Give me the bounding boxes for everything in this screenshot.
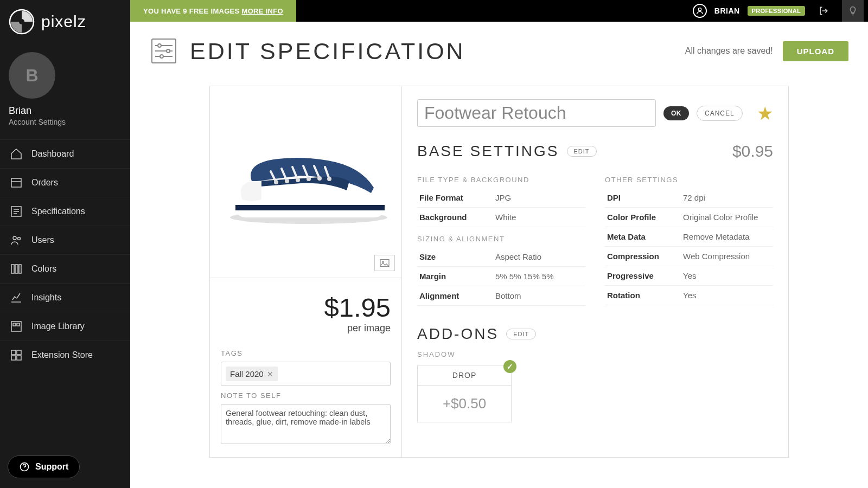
username[interactable]: BRIAN (714, 7, 740, 15)
svg-point-33 (285, 179, 289, 183)
svg-point-34 (296, 178, 300, 182)
promo-text: YOU HAVE 9 FREE IMAGES (143, 7, 240, 15)
check-icon: ✓ (503, 360, 516, 373)
note-textarea[interactable] (221, 404, 391, 444)
setting-val: White (495, 213, 516, 222)
svg-point-4 (13, 236, 16, 240)
sliders-icon (150, 37, 178, 65)
users-icon (10, 234, 23, 247)
cancel-button[interactable]: CANCEL (697, 106, 743, 121)
setting-row: Color ProfileOriginal Color Profile (605, 208, 773, 227)
spec-card: $1.95 per image TAGS Fall 2020✕ NOTE TO … (209, 86, 789, 458)
svg-rect-2 (11, 178, 21, 187)
support-label: Support (35, 462, 68, 472)
svg-point-35 (307, 177, 311, 181)
tags-label: TAGS (221, 349, 391, 357)
group-label: OTHER SETTINGS (605, 176, 773, 184)
logo-text: pixelz (41, 12, 86, 31)
promo-link[interactable]: MORE INFO (242, 7, 283, 15)
upload-button[interactable]: UPLOAD (783, 41, 848, 61)
spec-icon (10, 205, 23, 218)
nav-specifications[interactable]: Specifications (0, 197, 130, 226)
setting-row: AlignmentBottom (417, 286, 585, 306)
chart-icon (10, 291, 23, 304)
sidebar: pixelz B Brian Account Settings Dashboar… (0, 0, 130, 488)
setting-val: Remove Metadata (683, 232, 750, 241)
setting-row: Meta DataRemove Metadata (605, 227, 773, 247)
addon-price: +$0.50 (418, 386, 511, 422)
nav-users[interactable]: Users (0, 226, 130, 254)
setting-val: Yes (683, 291, 696, 300)
svg-point-32 (274, 180, 278, 184)
profile-block[interactable]: B Brian Account Settings (0, 43, 130, 135)
setting-key: Color Profile (607, 213, 683, 222)
bulb-icon[interactable] (842, 0, 864, 22)
preview-image (210, 86, 401, 278)
logo[interactable]: pixelz (0, 0, 130, 43)
nav-image-library[interactable]: Image Library (0, 312, 130, 341)
base-settings-title: BASE SETTINGS (417, 143, 559, 160)
svg-rect-8 (19, 265, 21, 273)
setting-row: BackgroundWhite (417, 208, 585, 227)
svg-point-1 (19, 19, 24, 24)
nav-orders[interactable]: Orders (0, 168, 130, 197)
card-left: $1.95 per image TAGS Fall 2020✕ NOTE TO … (210, 86, 402, 457)
profile-sub: Account Settings (9, 118, 122, 126)
image-picker-icon[interactable] (374, 255, 395, 271)
nav-extension-store[interactable]: Extension Store (0, 341, 130, 369)
price: $1.95 (221, 292, 391, 323)
store-icon (10, 349, 23, 362)
setting-key: Rotation (607, 291, 683, 300)
setting-key: Compression (607, 252, 683, 261)
setting-val: Web Compression (683, 252, 750, 261)
user-avatar-icon[interactable] (693, 4, 707, 18)
card-right: OK CANCEL ★ BASE SETTINGS EDIT $0.95 FIL… (402, 86, 788, 457)
addon-drop-shadow[interactable]: ✓ DROP +$0.50 (417, 365, 512, 422)
setting-key: Size (419, 252, 495, 261)
star-icon[interactable]: ★ (757, 102, 773, 124)
svg-rect-11 (17, 323, 20, 326)
support-button[interactable]: Support (8, 455, 80, 478)
setting-row: SizeAspect Ratio (417, 247, 585, 267)
base-price: $0.95 (732, 142, 773, 160)
svg-point-20 (158, 44, 161, 47)
nav-colors[interactable]: Colors (0, 254, 130, 283)
setting-val: Yes (683, 271, 696, 280)
spec-name-input[interactable] (417, 99, 656, 127)
setting-val: 5% 5% 15% 5% (495, 272, 554, 281)
tag-remove-icon[interactable]: ✕ (267, 370, 273, 378)
nav-label: Users (31, 235, 54, 245)
tags-input[interactable]: Fall 2020✕ (221, 362, 391, 386)
avatar: B (9, 52, 55, 99)
plan-badge: PROFESSIONAL (748, 6, 805, 16)
orders-icon (10, 176, 23, 189)
nav-label: Specifications (31, 207, 85, 216)
svg-rect-15 (17, 356, 21, 360)
nav-label: Image Library (31, 322, 85, 331)
nav-insights[interactable]: Insights (0, 283, 130, 312)
nav-label: Colors (31, 264, 56, 274)
logout-icon[interactable] (813, 0, 834, 22)
edit-addons-button[interactable]: EDIT (506, 329, 536, 339)
addons-title: ADD-ONS (417, 325, 499, 343)
library-icon (10, 320, 23, 333)
setting-row: RotationYes (605, 286, 773, 305)
edit-base-button[interactable]: EDIT (567, 146, 597, 157)
addon-name: DROP (418, 365, 511, 386)
svg-point-36 (317, 176, 322, 181)
tag-chip: Fall 2020✕ (226, 367, 278, 381)
setting-val: 72 dpi (683, 193, 705, 202)
svg-point-5 (18, 237, 21, 240)
help-icon (19, 461, 30, 472)
ok-button[interactable]: OK (663, 106, 689, 120)
group-label: FILE TYPE & BACKGROUND (417, 176, 585, 184)
svg-rect-14 (11, 356, 16, 360)
svg-point-17 (698, 8, 701, 11)
setting-key: Background (419, 213, 495, 222)
nav-dashboard[interactable]: Dashboard (0, 139, 130, 168)
price-sub: per image (221, 323, 391, 334)
svg-point-24 (160, 55, 163, 58)
svg-rect-10 (13, 323, 16, 326)
colors-icon (10, 262, 23, 275)
setting-key: Progressive (607, 271, 683, 280)
